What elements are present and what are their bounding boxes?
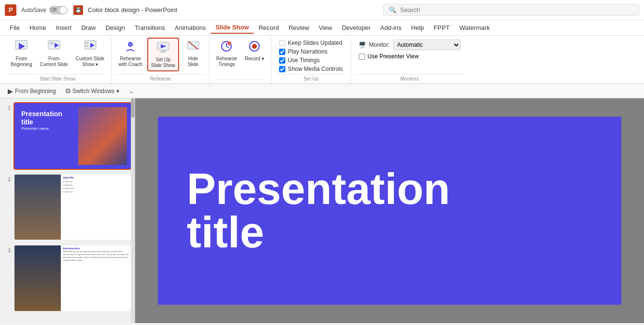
document-title: Color block design - PowerPoint <box>88 6 177 14</box>
use-presenter-view-input[interactable] <box>359 54 365 60</box>
ribbon-group-monitors: 🖥️ Monitor: Automatic Primary Monitor Se… <box>351 38 468 83</box>
set-up-slideshow-icon <box>156 41 170 56</box>
quick-access-bar: ▶ From Beginning ⧉ Switch Windows ▾ ⌄ <box>0 84 644 98</box>
use-timings-check[interactable]: Use Timings <box>279 57 343 64</box>
switch-windows-icon: ⧉ <box>66 87 70 95</box>
from-current-icon <box>47 40 61 55</box>
save-icon[interactable]: 💾 <box>73 5 83 15</box>
menu-addins[interactable]: Add-ins <box>376 22 406 33</box>
rehearse-timings-button[interactable]: RehearseTimings <box>213 38 240 69</box>
from-beginning-quick-button[interactable]: ▶ From Beginning <box>5 86 59 96</box>
monitor-select[interactable]: Automatic Primary Monitor Secondary Moni… <box>393 40 461 50</box>
search-input[interactable] <box>400 6 634 14</box>
toggle-off-label: Off <box>50 7 56 13</box>
slide-2-agenda-label: Agenda <box>63 176 129 179</box>
menu-design[interactable]: Design <box>101 22 130 33</box>
autosave-toggle[interactable]: Off <box>49 6 68 14</box>
from-current-label: FromCurrent Slide <box>40 56 68 68</box>
rehearse-buttons: Rehearsewith Coach Set UpSlide Show Hide… <box>115 38 205 74</box>
menu-file[interactable]: File <box>5 22 25 33</box>
ribbon-group-setup: Keep Slides Updated Play Narrations Use … <box>271 38 351 83</box>
keep-slides-updated-input[interactable] <box>279 40 285 46</box>
from-beginning-button[interactable]: FromBeginning <box>8 38 35 69</box>
menu-record[interactable]: Record <box>254 22 284 33</box>
menu-draw[interactable]: Draw <box>76 22 100 33</box>
hide-slide-button[interactable]: HideSlide <box>181 38 205 69</box>
record-button[interactable]: Record ▾ <box>242 38 267 64</box>
menu-fppt[interactable]: FPPT <box>429 22 454 33</box>
svg-rect-12 <box>161 50 165 52</box>
menu-bar: File Home Insert Draw Design Transitions… <box>0 20 644 36</box>
switch-windows-label: Switch Windows <box>72 88 114 95</box>
menu-transitions[interactable]: Transitions <box>130 22 170 33</box>
hide-slide-label: HideSlide <box>188 56 198 68</box>
from-current-slide-button[interactable]: FromCurrent Slide <box>37 38 70 69</box>
menu-slideshow[interactable]: Slide Show <box>210 22 253 34</box>
play-narrations-check[interactable]: Play Narrations <box>279 48 343 55</box>
slide-1-number: 1 <box>3 105 11 111</box>
use-timings-input[interactable] <box>279 57 285 64</box>
toggle-knob <box>60 7 67 14</box>
monitors-group-label: Monitors <box>355 74 464 83</box>
svg-point-10 <box>129 43 132 46</box>
menu-watermark[interactable]: Watermark <box>455 22 495 33</box>
menu-view[interactable]: View <box>314 22 337 33</box>
switch-windows-dropdown-icon: ▾ <box>116 88 119 95</box>
scrollbar-thumb <box>131 98 135 118</box>
rehearse-timings-icon <box>220 40 233 55</box>
main-slide-title: Presentationtitle <box>187 167 450 254</box>
slide-thumbnail-1[interactable]: 1 Presentationtitle Presenter name <box>3 102 132 170</box>
monitor-section: 🖥️ Monitor: Automatic Primary Monitor Se… <box>355 38 464 62</box>
slide-2-content: Agenda ▸ Topic one▸ Topic two▸ Topic thr… <box>14 175 131 240</box>
search-icon: 🔍 <box>389 6 396 14</box>
play-narrations-input[interactable] <box>279 49 285 55</box>
from-beginning-icon <box>14 40 28 55</box>
ribbon-group-rehearse: Rehearsewith Coach Set UpSlide Show Hide… <box>112 38 210 83</box>
slide-thumbnail-2[interactable]: 2 Agenda ▸ Topic one▸ Topic two▸ Topic t… <box>3 174 132 241</box>
use-timings-label: Use Timings <box>288 57 320 64</box>
svg-rect-13 <box>160 52 167 53</box>
more-options-button[interactable]: ⌄ <box>126 87 137 95</box>
slide-panel: 1 Presentationtitle Presenter name <box>0 98 135 323</box>
menu-help[interactable]: Help <box>406 22 429 33</box>
rehearse-with-coach-button[interactable]: Rehearsewith Coach <box>115 38 145 69</box>
monitor-row: 🖥️ Monitor: Automatic Primary Monitor Se… <box>359 40 460 50</box>
from-beginning-quick-icon: ▶ <box>8 87 13 95</box>
slide-3-body-text: With PowerPoint, you can create presenta… <box>63 251 129 262</box>
hide-slide-icon <box>186 40 200 55</box>
slide-2-items: ▸ Topic one▸ Topic two▸ Topic three▸ Top… <box>63 180 129 194</box>
slide-thumbnail-3[interactable]: 3 Introduction With PowerPoint, you can … <box>3 244 132 312</box>
svg-rect-6 <box>85 42 88 44</box>
slide-3-intro-label: Introduction <box>63 247 129 250</box>
svg-line-19 <box>226 46 229 48</box>
slide-2-image[interactable]: Agenda ▸ Topic one▸ Topic two▸ Topic thr… <box>14 174 132 241</box>
menu-developer[interactable]: Developer <box>337 22 375 33</box>
record-icon <box>248 40 261 55</box>
set-up-slide-show-button[interactable]: Set UpSlide Show <box>147 38 179 71</box>
custom-slideshow-label: Custom SlideShow ▾ <box>76 56 104 68</box>
menu-home[interactable]: Home <box>25 22 51 33</box>
menu-review[interactable]: Review <box>284 22 314 33</box>
menu-animations[interactable]: Animations <box>170 22 210 33</box>
show-media-controls-input[interactable] <box>279 66 285 72</box>
main-slide-area: Presentationtitle <box>135 98 644 323</box>
keep-slides-updated-check[interactable]: Keep Slides Updated <box>279 40 343 46</box>
use-presenter-view-check[interactable]: Use Presenter View <box>359 53 460 60</box>
slide-panel-scrollbar[interactable] <box>131 98 135 323</box>
more-options-icon: ⌄ <box>129 88 134 95</box>
timings-group-label <box>213 80 267 83</box>
show-media-controls-check[interactable]: Show Media Controls <box>279 66 343 72</box>
from-beginning-quick-label: From Beginning <box>15 88 56 95</box>
timings-buttons: RehearseTimings Record ▾ <box>213 38 267 80</box>
slide-3-image[interactable]: Introduction With PowerPoint, you can cr… <box>14 244 132 312</box>
start-slideshow-group-label: Start Slide Show <box>8 74 107 83</box>
svg-point-23 <box>252 44 257 49</box>
rehearse-timings-label: RehearseTimings <box>216 56 237 68</box>
slide-1-title: Presentationtitle <box>21 110 75 126</box>
custom-slideshow-icon <box>84 40 97 55</box>
slide-1-image[interactable]: Presentationtitle Presenter name <box>14 102 132 170</box>
svg-rect-7 <box>85 45 88 47</box>
switch-windows-button[interactable]: ⧉ Switch Windows ▾ <box>63 86 122 96</box>
menu-insert[interactable]: Insert <box>51 22 77 33</box>
custom-slide-show-button[interactable]: Custom SlideShow ▾ <box>73 38 107 69</box>
